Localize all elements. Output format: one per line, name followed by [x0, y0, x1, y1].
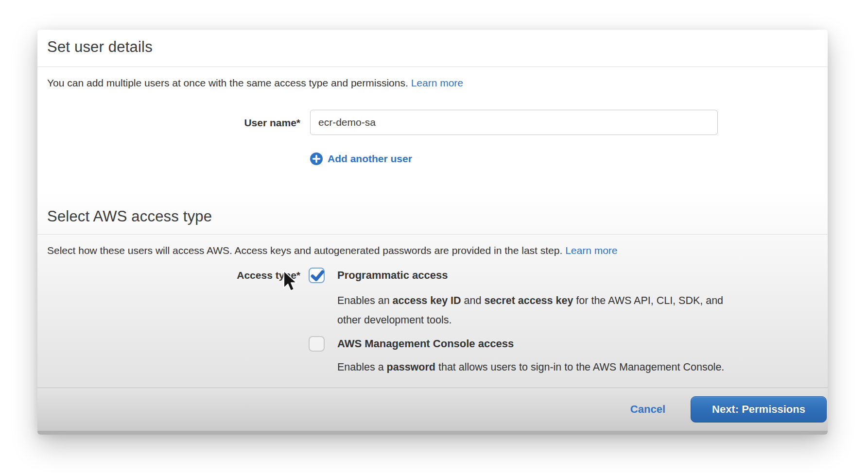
user-details-intro: You can add multiple users at once with …	[47, 77, 818, 89]
page-background: Set user details You can add multiple us…	[0, 0, 868, 473]
access-type-label: Access type*	[37, 268, 300, 281]
add-user-row: Add another user	[37, 152, 828, 165]
desc-text: that allows users to sign-in to the AWS …	[435, 361, 724, 373]
desc-bold-password: password	[387, 361, 435, 373]
console-access-label: AWS Management Console access	[337, 336, 724, 352]
desc-bold-secret-access-key: secret access key	[484, 295, 573, 306]
console-access-description: Enables a password that allows users to …	[337, 357, 724, 377]
access-type-section-title: Select AWS access type	[47, 208, 818, 225]
checkmark-icon	[310, 269, 325, 283]
add-another-user-label: Add another user	[328, 153, 412, 165]
card-bottom-strip	[37, 431, 828, 435]
programmatic-access-row: Access type* Programmatic access Enables…	[37, 268, 828, 330]
access-type-intro-text: Select how these users will access AWS. …	[47, 245, 562, 256]
desc-text: for the AWS API, CLI, SDK, and	[573, 295, 723, 306]
learn-more-link-user-details[interactable]: Learn more	[411, 77, 463, 88]
user-name-label: User name*	[37, 110, 300, 129]
user-details-intro-text: You can add multiple users at once with …	[47, 77, 408, 88]
programmatic-access-description: Enables an access key ID and secret acce…	[337, 291, 723, 330]
learn-more-link-access-type[interactable]: Learn more	[565, 245, 617, 256]
console-access-row: AWS Management Console access Enables a …	[37, 336, 828, 377]
access-type-title-row: Select AWS access type	[37, 208, 828, 235]
user-name-input[interactable]	[310, 110, 718, 135]
desc-text: Enables an	[337, 295, 393, 306]
programmatic-access-option: Programmatic access Enables an access ke…	[337, 268, 723, 330]
page-title: Set user details	[47, 36, 818, 58]
user-details-title-row: Set user details	[37, 30, 828, 67]
set-user-details-panel: Set user details You can add multiple us…	[37, 30, 828, 435]
access-type-intro: Select how these users will access AWS. …	[47, 244, 818, 257]
next-permissions-button[interactable]: Next: Permissions	[691, 396, 827, 422]
console-access-option: AWS Management Console access Enables a …	[337, 336, 724, 377]
desc-text-line2: other development tools.	[337, 314, 451, 326]
add-another-user-button[interactable]: Add another user	[310, 152, 412, 165]
desc-text: and	[461, 295, 485, 306]
programmatic-access-checkbox[interactable]	[309, 268, 325, 283]
programmatic-access-label: Programmatic access	[337, 268, 723, 283]
plus-circle-icon	[310, 152, 323, 165]
desc-text: Enables a	[337, 361, 387, 373]
desc-bold-access-key-id: access key ID	[393, 295, 461, 306]
console-access-checkbox[interactable]	[309, 336, 325, 352]
cancel-button[interactable]: Cancel	[630, 403, 665, 416]
wizard-body: Set user details You can add multiple us…	[37, 30, 828, 388]
user-name-row: User name*	[37, 110, 828, 135]
wizard-footer: Cancel Next: Permissions	[37, 388, 828, 431]
